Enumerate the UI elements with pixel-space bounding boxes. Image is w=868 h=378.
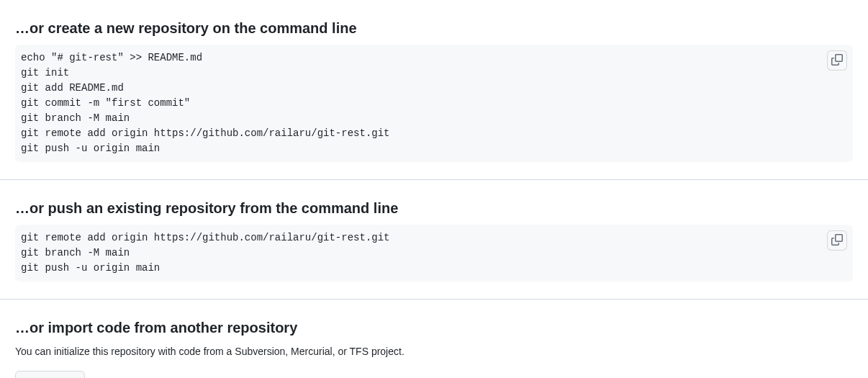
heading-import-repo: …or import code from another repository (15, 317, 853, 338)
code-content-push: git remote add origin https://github.com… (21, 230, 847, 276)
section-push-repo: …or push an existing repository from the… (0, 180, 868, 300)
section-create-repo: …or create a new repository on the comma… (0, 0, 868, 180)
section-import-repo: …or import code from another repository … (0, 300, 868, 378)
code-block-create: echo "# git-rest" >> README.md git init … (15, 45, 853, 162)
repo-setup-container: …or create a new repository on the comma… (0, 0, 868, 378)
code-block-push: git remote add origin https://github.com… (15, 225, 853, 282)
description-import: You can initialize this repository with … (15, 344, 853, 359)
copy-button-push[interactable] (827, 230, 847, 251)
import-code-button[interactable]: Import code (15, 371, 85, 378)
code-content-create: echo "# git-rest" >> README.md git init … (21, 50, 847, 156)
heading-push-repo: …or push an existing repository from the… (15, 197, 853, 219)
copy-icon (831, 234, 843, 248)
copy-button-create[interactable] (827, 50, 847, 71)
copy-icon (831, 54, 843, 68)
heading-create-repo: …or create a new repository on the comma… (15, 17, 853, 39)
